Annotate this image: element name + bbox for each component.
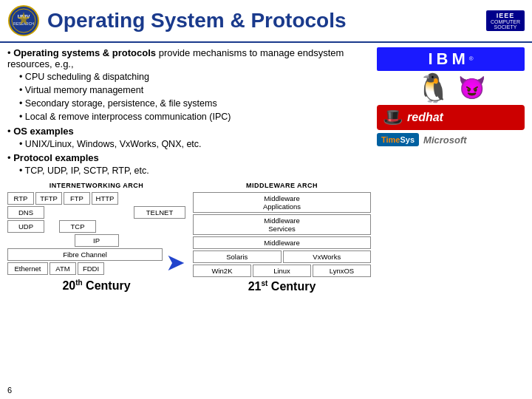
inet-row-1: RTP TFTP FTP HTTP bbox=[7, 192, 185, 205]
microsoft-logo: Microsoft bbox=[423, 134, 467, 146]
timesys-logo: TimeSys bbox=[377, 133, 419, 146]
bullet-2-sub-1: • UNIX/Linux, Windows, VxWorks, QNX, etc… bbox=[19, 137, 371, 151]
ibm-text: IBM bbox=[428, 50, 468, 68]
right-column: IBM® 🐧 😈 🎩 redhat TimeSys Microsoft bbox=[377, 47, 525, 293]
ibm-reg: ® bbox=[469, 55, 474, 62]
inet-arch-diagram: INTERNETWORKING ARCH RTP TFTP FTP HTTP D… bbox=[7, 182, 185, 293]
mw-cell-linux: Linux bbox=[253, 265, 311, 277]
inet-row-6: Ethernet ATM FDDI bbox=[7, 262, 163, 275]
inet-cell-dns: DNS bbox=[7, 206, 44, 219]
page-number: 6 bbox=[7, 386, 12, 395]
diagrams-row: INTERNETWORKING ARCH RTP TFTP FTP HTTP D… bbox=[7, 182, 371, 293]
penguin-devil-row: 🐧 😈 bbox=[377, 74, 525, 102]
timesys-time: Time bbox=[381, 135, 400, 144]
bullet-1-sub-3: • Secondary storage, persistence, & file… bbox=[19, 97, 371, 110]
mw-svc-line2: Services bbox=[197, 225, 367, 233]
redhat-hat-icon: 🎩 bbox=[383, 108, 403, 127]
inet-cell-atm: ATM bbox=[50, 262, 76, 275]
bullet-1: • Operating systems & protocols provide … bbox=[7, 47, 371, 124]
left-column: • Operating systems & protocols provide … bbox=[7, 47, 371, 293]
devil-icon: 😈 bbox=[458, 77, 485, 99]
bullet-3: • Protocol examples • TCP, UDP, IP, SCTP… bbox=[7, 152, 371, 177]
bullet-2: • OS examples • UNIX/Linux, Windows, VxW… bbox=[7, 126, 371, 151]
timesys-microsoft-row: TimeSys Microsoft bbox=[377, 133, 525, 146]
mw-box-services: Middleware Services bbox=[193, 214, 371, 235]
mw-arch-title: MIDDLEWARE ARCH bbox=[193, 182, 371, 189]
bullet-3-sub-1: • TCP, UDP, IP, SCTP, RTP, etc. bbox=[19, 164, 371, 177]
page-title: Operating System & Protocols bbox=[47, 9, 486, 33]
header: UNIV RESEARCH Operating System & Protoco… bbox=[0, 0, 532, 43]
mw-century-number: 21 bbox=[248, 280, 262, 293]
bullet-1-bold: Operating systems & protocols bbox=[13, 47, 156, 58]
mw-box-applications: Middleware Applications bbox=[193, 192, 371, 213]
ibm-logo: IBM® bbox=[377, 47, 525, 71]
bullet-1-sub-1: • CPU scheduling & dispatching bbox=[19, 70, 371, 83]
mw-cell-win2k: Win2K bbox=[193, 265, 251, 277]
inet-row-2: DNS TELNET bbox=[7, 206, 185, 219]
inet-cell-rtp: RTP bbox=[7, 192, 34, 205]
mw-row-2: Win2K Linux LynxOS bbox=[193, 265, 371, 277]
bullet-2-main: • OS examples bbox=[7, 126, 371, 137]
inet-cell-ethernet: Ethernet bbox=[7, 262, 48, 275]
inet-cell-tftp: TFTP bbox=[35, 192, 62, 205]
logo-right: IEEE COMPUTER SOCIETY bbox=[486, 10, 525, 31]
bullet-3-main: • Protocol examples bbox=[7, 152, 371, 163]
bullet-2-bold: OS examples bbox=[13, 126, 74, 137]
mw-svc-line1: Middleware bbox=[197, 216, 367, 225]
inet-row-4: IP bbox=[7, 234, 185, 247]
main-content: • Operating systems & protocols provide … bbox=[0, 43, 532, 296]
inet-cell-ip: IP bbox=[75, 234, 119, 247]
mw-box-middleware: Middleware bbox=[193, 236, 371, 249]
mw-row-1: Solaris VxWorks bbox=[193, 250, 371, 263]
inet-century-number: 20 bbox=[62, 279, 75, 292]
mw-cell-lynxos: LynxOS bbox=[313, 265, 371, 277]
redhat-logo: 🎩 redhat bbox=[377, 105, 525, 130]
arch-arrow: ➤ bbox=[166, 250, 185, 274]
inet-cell-ftp: FTP bbox=[64, 192, 90, 205]
mw-app-line1: Middleware bbox=[197, 194, 367, 202]
mw-app-line2: Applications bbox=[197, 202, 367, 211]
mw-cell-solaris: Solaris bbox=[193, 250, 282, 263]
bullet-1-sub-4: • Local & remove interprocess communicat… bbox=[19, 110, 371, 123]
redhat-text: redhat bbox=[407, 111, 443, 124]
inet-arch-title: INTERNETWORKING ARCH bbox=[7, 182, 185, 189]
inet-century: 20th Century bbox=[7, 279, 185, 293]
penguin-icon: 🐧 bbox=[416, 74, 451, 102]
inet-cell-tcp: TCP bbox=[59, 220, 96, 233]
inet-cell-fddi: FDDI bbox=[78, 262, 104, 275]
inet-cell-udp: UDP bbox=[7, 220, 44, 233]
inet-century-sup: th bbox=[75, 279, 82, 287]
inet-cell-fibre: Fibre Channel bbox=[7, 248, 163, 261]
mw-arch-diagram: MIDDLEWARE ARCH Middleware Applications … bbox=[193, 182, 371, 293]
logo-left: UNIV RESEARCH bbox=[7, 4, 40, 37]
mw-century: 21st Century bbox=[193, 279, 371, 293]
bullet-1-sub-2: • Virtual memory management bbox=[19, 83, 371, 97]
bullet-1-main: • Operating systems & protocols provide … bbox=[7, 47, 371, 69]
mw-century-text: Century bbox=[267, 280, 316, 293]
bullet-3-bold: Protocol examples bbox=[13, 152, 99, 163]
mw-cell-vxworks: VxWorks bbox=[283, 250, 372, 263]
inet-cell-http: HTTP bbox=[92, 192, 118, 205]
inet-century-text: Century bbox=[83, 279, 131, 292]
inet-row-3: UDP TCP bbox=[7, 220, 185, 233]
inet-cell-telnet: TELNET bbox=[134, 206, 185, 219]
timesys-sys: Sys bbox=[400, 135, 415, 144]
